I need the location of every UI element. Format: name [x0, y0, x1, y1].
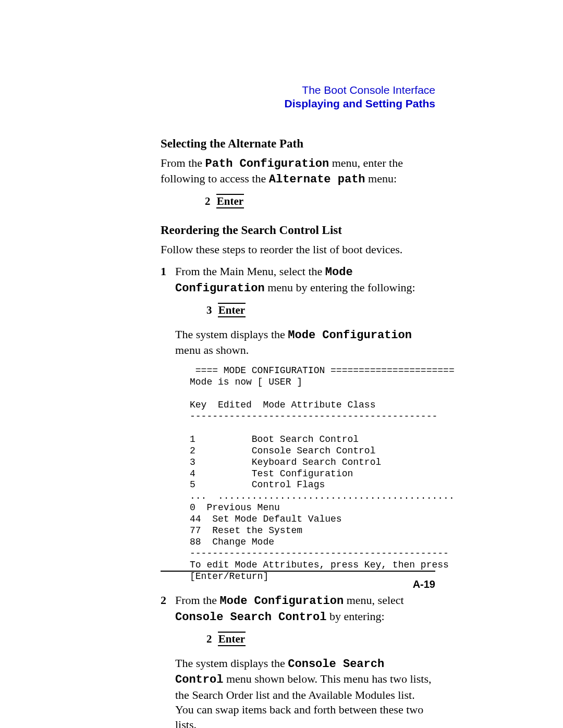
chapter-title: The Boot Console Interface: [161, 83, 435, 97]
section-title: Displaying and Setting Paths: [161, 97, 435, 110]
keyboard-input-line: 2 Enter: [206, 632, 435, 646]
text: From the Main Menu, select the: [175, 265, 325, 278]
ordered-steps: From the Main Menu, select the Mode Conf…: [161, 264, 435, 728]
menu-name-path-config: Path Configuration: [205, 157, 329, 170]
heading-reorder-search-control: Reordering the Search Control List: [161, 224, 435, 237]
text: by entering:: [326, 610, 384, 623]
footer-rule: [161, 571, 435, 572]
kbd-key-enter: Enter: [216, 194, 244, 208]
menu-name-console-search-control: Console Search Control: [175, 611, 326, 624]
keyboard-input-line: 2 Enter: [205, 195, 435, 208]
text: menu by entering the following:: [265, 281, 415, 294]
text: From the: [175, 594, 220, 607]
heading-select-alternate-path: Selecting the Alternate Path: [161, 137, 435, 151]
menu-name-mode-config: Mode Configuration: [220, 595, 344, 608]
kbd-number: 2: [206, 633, 212, 645]
menu-name-alternate-path: Alternate path: [269, 173, 365, 186]
document-page: The Boot Console Interface Displaying an…: [0, 0, 563, 728]
paragraph-reorder-intro: Follow these steps to reorder the list o…: [161, 242, 435, 257]
text: menu:: [365, 172, 397, 185]
console-output-mode-config: ==== MODE CONFIGURATION ================…: [190, 365, 435, 583]
step-2-result: The system displays the Console Search C…: [175, 656, 435, 728]
keyboard-input-line: 3 Enter: [206, 303, 435, 317]
text: menu, select: [344, 594, 403, 607]
running-header: The Boot Console Interface Displaying an…: [161, 83, 435, 111]
menu-name-mode-config: Mode Configuration: [288, 329, 412, 342]
kbd-number: 3: [206, 304, 212, 316]
kbd-number: 2: [205, 195, 211, 207]
paragraph-select-alt-intro: From the Path Configuration menu, enter …: [161, 156, 435, 188]
text: From the: [161, 156, 205, 169]
text: The system displays the: [175, 328, 288, 341]
kbd-key-enter: Enter: [218, 303, 246, 317]
step-1: From the Main Menu, select the Mode Conf…: [161, 264, 435, 583]
kbd-key-enter: Enter: [218, 632, 246, 646]
step-2-instruction: From the Mode Configuration menu, select…: [175, 593, 435, 625]
text: The system displays the: [175, 657, 288, 670]
step-2: From the Mode Configuration menu, select…: [161, 593, 435, 728]
step-1-instruction: From the Main Menu, select the Mode Conf…: [175, 264, 435, 296]
step-1-result: The system displays the Mode Configurati…: [175, 327, 435, 358]
text: menu as shown.: [175, 343, 249, 356]
page-number: A-19: [413, 578, 435, 590]
